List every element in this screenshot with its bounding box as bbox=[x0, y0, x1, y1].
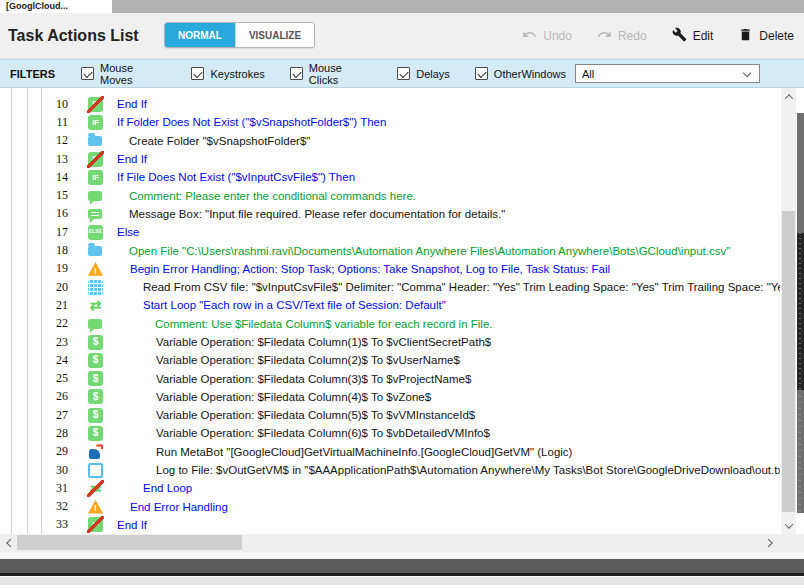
task-row[interactable]: 11IFIf Folder Does Not Exist ("$vSnapsho… bbox=[0, 113, 780, 131]
if-icon: IF bbox=[88, 115, 103, 130]
task-row[interactable]: 29Run MetaBot "[GoogleCloud]GetVirtualMa… bbox=[0, 443, 780, 461]
line-number: 24 bbox=[0, 353, 68, 368]
vertical-scroll-thumb[interactable] bbox=[782, 211, 795, 512]
if-icon: IF bbox=[88, 170, 103, 185]
mode-switch: NORMALVISUALIZE bbox=[164, 22, 315, 48]
command-text: Variable Operation: $Filedata Column(5)$… bbox=[156, 409, 475, 421]
undo-label: Undo bbox=[543, 29, 572, 43]
task-row[interactable]: 21⇄Start Loop "Each row in a CSV/Text fi… bbox=[0, 296, 780, 314]
edit-button[interactable]: Edit bbox=[672, 27, 714, 45]
task-row[interactable]: 30Log to File: $vOutGetVM$ in "$AAApplic… bbox=[0, 461, 780, 479]
task-row[interactable]: 33IFEnd If bbox=[0, 516, 780, 534]
line-number: 22 bbox=[0, 316, 68, 331]
line-number: 11 bbox=[0, 115, 68, 130]
mode-visualize-button[interactable]: VISUALIZE bbox=[235, 23, 314, 47]
line-number: 16 bbox=[0, 206, 68, 221]
task-row[interactable]: 32!End Error Handling bbox=[0, 498, 780, 516]
command-text: Variable Operation: $Filedata Column(6)$… bbox=[156, 427, 490, 439]
line-number: 15 bbox=[0, 188, 68, 203]
task-row[interactable]: 13IFEnd If bbox=[0, 150, 780, 168]
task-row[interactable]: 12Create Folder "$vSnapshotFolder$" bbox=[0, 132, 780, 150]
checkbox-icon[interactable] bbox=[191, 67, 204, 80]
undo-icon bbox=[522, 27, 537, 45]
scroll-left-button[interactable] bbox=[1, 535, 16, 550]
vertical-scrollbar[interactable] bbox=[781, 88, 796, 534]
command-text: If Folder Does Not Exist ("$vSnapshotFol… bbox=[117, 116, 386, 128]
horizontal-scrollbar[interactable] bbox=[0, 534, 804, 552]
task-row[interactable]: 31⇄End Loop bbox=[0, 479, 780, 497]
command-text: Start Loop "Each row in a CSV/Text file … bbox=[143, 299, 446, 311]
task-row[interactable]: 25$Variable Operation: $Filedata Column(… bbox=[0, 369, 780, 387]
panel-gap bbox=[0, 552, 804, 559]
task-row[interactable]: 27$Variable Operation: $Filedata Column(… bbox=[0, 406, 780, 424]
checkbox-icon[interactable] bbox=[81, 67, 94, 80]
mode-normal-button[interactable]: NORMAL bbox=[165, 23, 235, 47]
line-number: 20 bbox=[0, 280, 68, 295]
task-row[interactable]: 28$Variable Operation: $Filedata Column(… bbox=[0, 424, 780, 442]
command-text: Variable Operation: $Filedata Column(1)$… bbox=[156, 336, 491, 348]
filter-bar: FILTERS Mouse MovesKeystrokesMouse Click… bbox=[0, 59, 804, 88]
filter-other[interactable]: Other bbox=[475, 62, 522, 86]
task-row[interactable]: 20Read From CSV file: "$vInputCsvFile$" … bbox=[0, 278, 780, 296]
task-row[interactable]: 15Comment: Please enter the conditional … bbox=[0, 186, 780, 204]
filter-delays[interactable]: Delays bbox=[397, 62, 450, 86]
task-row[interactable]: 18Open File "C:\Users\rashmi.ravi\Docume… bbox=[0, 241, 780, 259]
scroll-down-button[interactable] bbox=[781, 518, 796, 533]
task-row[interactable]: 26$Variable Operation: $Filedata Column(… bbox=[0, 388, 780, 406]
command-text: If File Does Not Exist ("$vInputCsvFile$… bbox=[117, 171, 355, 183]
line-number: 19 bbox=[0, 261, 68, 276]
trash-icon bbox=[738, 27, 753, 45]
variable-operation-icon: $ bbox=[88, 353, 103, 368]
undo-button[interactable]: Undo bbox=[522, 27, 572, 45]
status-bar bbox=[0, 559, 804, 576]
line-number: 33 bbox=[0, 517, 68, 532]
line-number: 23 bbox=[0, 335, 68, 350]
task-row[interactable]: 22Comment: Use $Filedata Column$ variabl… bbox=[0, 315, 780, 333]
csv-table-icon bbox=[88, 280, 103, 295]
task-row[interactable]: 14IFIf File Does Not Exist ("$vInputCsvF… bbox=[0, 168, 780, 186]
line-number: 27 bbox=[0, 408, 68, 423]
delete-label: Delete bbox=[759, 29, 794, 43]
variable-operation-icon: $ bbox=[88, 371, 103, 386]
scroll-up-button[interactable] bbox=[781, 89, 796, 104]
filter-keystrokes[interactable]: Keystrokes bbox=[191, 62, 264, 86]
command-text: Message Box: "Input file required. Pleas… bbox=[129, 208, 505, 220]
task-row[interactable]: 24$Variable Operation: $Filedata Column(… bbox=[0, 351, 780, 369]
redo-button[interactable]: Redo bbox=[597, 27, 647, 45]
task-row[interactable]: 19!Begin Error Handling; Action: Stop Ta… bbox=[0, 260, 780, 278]
task-row[interactable]: 23$Variable Operation: $Filedata Column(… bbox=[0, 333, 780, 351]
task-row[interactable]: 17ELSEElse bbox=[0, 223, 780, 241]
command-text: End If bbox=[117, 153, 147, 165]
task-list: 10IFEnd If11IFIf Folder Does Not Exist (… bbox=[0, 88, 804, 534]
command-text: Comment: Please enter the conditional co… bbox=[129, 190, 416, 202]
checkbox-icon[interactable] bbox=[475, 67, 488, 80]
metabot-icon bbox=[88, 444, 103, 459]
comment-icon bbox=[88, 191, 102, 201]
line-number: 31 bbox=[0, 481, 68, 496]
else-icon: ELSE bbox=[88, 225, 103, 240]
horizontal-scroll-thumb[interactable] bbox=[17, 535, 242, 550]
windows-dropdown[interactable]: All bbox=[575, 64, 760, 83]
command-text: Run MetaBot "[GoogleCloud]GetVirtualMach… bbox=[156, 446, 572, 458]
windows-dropdown-value: All bbox=[582, 68, 594, 80]
task-row[interactable]: 16Message Box: "Input file required. Ple… bbox=[0, 205, 780, 223]
command-text: End If bbox=[117, 519, 147, 531]
filter-label: Delays bbox=[416, 68, 450, 80]
variable-operation-icon: $ bbox=[88, 389, 103, 404]
delete-button[interactable]: Delete bbox=[738, 27, 794, 45]
filter-label: Keystrokes bbox=[210, 68, 264, 80]
line-number: 14 bbox=[0, 170, 68, 185]
command-text: Open File "C:\Users\rashmi.ravi\Document… bbox=[129, 245, 730, 257]
redo-icon bbox=[597, 27, 612, 45]
header: Task Actions List NORMALVISUALIZE UndoRe… bbox=[0, 13, 804, 59]
checkbox-icon[interactable] bbox=[397, 67, 410, 80]
filter-label: Mouse Moves bbox=[100, 62, 166, 86]
scroll-right-button[interactable] bbox=[762, 535, 777, 550]
task-row[interactable]: 10IFEnd If bbox=[0, 95, 780, 113]
checkbox-icon[interactable] bbox=[290, 67, 303, 80]
line-number: 13 bbox=[0, 152, 68, 167]
command-text: End If bbox=[117, 98, 147, 110]
filter-mouse-clicks[interactable]: Mouse Clicks bbox=[290, 62, 372, 86]
filter-mouse-moves[interactable]: Mouse Moves bbox=[81, 62, 166, 86]
window-tab[interactable]: [GooglCloud... bbox=[0, 0, 112, 13]
